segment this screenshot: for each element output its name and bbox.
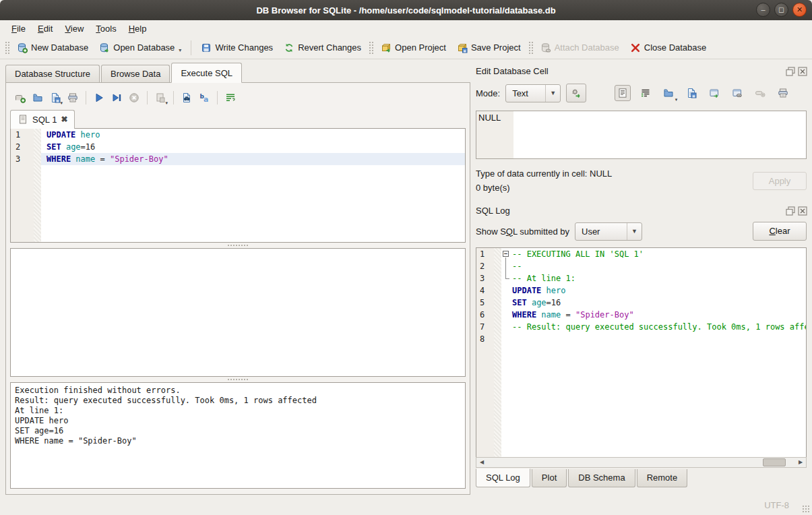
scrollbar-track[interactable] [487,458,795,467]
dock-close-icon[interactable] [797,66,807,75]
auto-apply-button[interactable] [566,84,586,102]
text-view-icon[interactable] [615,85,631,101]
open-project-button[interactable]: Open Project [375,40,451,56]
sql-tab-label: SQL 1 [32,115,57,125]
save-project-button[interactable]: Save Project [451,40,526,56]
sql-subtab-bar: SQL 1 ✖ [10,109,466,128]
line-number: 2 [476,260,494,272]
chevron-down-icon: ▾ [675,97,678,102]
find-icon[interactable] [179,90,194,105]
toolbar-handle[interactable] [369,41,373,55]
close-icon[interactable]: ✕ [792,3,807,17]
log-line: Execution finished without errors. [15,386,461,396]
open-url-icon[interactable] [729,85,745,101]
log-code-line: SET age=16 [501,297,806,309]
minimize-icon[interactable]: – [756,3,770,17]
mode-select[interactable]: Text ▼ [505,84,561,102]
editor-fold-margin [34,129,41,242]
sql-log-filter-row: Show SQL submitted by User ▼ Clear [476,220,807,242]
open-external-icon[interactable] [706,85,722,101]
log-code-line: -- [501,260,806,272]
log-code-line: -- At line 1: [501,272,806,284]
resize-grip[interactable] [802,505,810,513]
new-tab-icon[interactable] [13,90,28,105]
log-code-line: −-- EXECUTING ALL IN 'SQL 1' [501,248,806,260]
dock-tab-db-schema[interactable]: DB Schema [568,469,635,487]
replace-icon[interactable]: ba [197,90,212,105]
word-wrap-icon[interactable] [223,90,238,105]
dock-close-icon[interactable] [797,206,807,215]
import-file-icon[interactable]: ▾ [660,85,677,101]
editor-code-area[interactable]: UPDATE heroSET age=16WHERE name = "Spide… [41,129,465,242]
menu-edit[interactable]: Edit [32,22,59,35]
clear-button[interactable]: Clear [753,222,807,241]
dock-tab-sql-log[interactable]: SQL Log [476,468,530,487]
results-log-splitter[interactable] [10,377,466,382]
filter-label: Show SQL submitted by [476,226,569,237]
scroll-right-icon[interactable]: ▶ [795,458,806,467]
sql-tab[interactable]: SQL 1 ✖ [10,110,75,129]
menu-file[interactable]: File [5,22,32,35]
chevron-down-icon: ▼ [627,223,642,240]
tab-browse-data[interactable]: Browse Data [101,65,170,83]
save-sql-file-icon[interactable]: ▾ [48,90,63,105]
right-dock: Edit Database Cell Mode: Text ▼ ▾ NULL T… [470,62,812,495]
log-fold-margin [494,248,501,457]
execute-all-icon[interactable] [92,90,106,105]
fold-toggle-icon[interactable]: − [501,248,512,260]
editor-results-splitter[interactable] [10,243,466,248]
line-number: 2 [11,141,34,153]
open-sql-file-icon[interactable] [30,90,45,105]
edit-cell-dock-header: Edit Database Cell [476,63,807,78]
toolbar-button-label: Close Database [644,42,707,53]
mode-value: Text [512,88,539,98]
menu-tools[interactable]: Tools [90,22,122,35]
tab-execute-sql[interactable]: Execute SQL [171,63,242,83]
log-horizontal-scrollbar[interactable]: ◀ ▶ [476,457,807,468]
attach-database-icon [540,42,551,53]
scrollbar-thumb[interactable] [763,458,786,466]
log-line: SET age=16 [15,426,461,436]
dock-float-icon[interactable] [785,66,794,75]
scroll-left-icon[interactable]: ◀ [476,458,487,467]
editor-line-numbers: 123 [11,129,34,242]
line-number: 3 [11,153,34,165]
toolbar-separator [86,91,86,104]
sql-tab-close-icon[interactable]: ✖ [61,115,67,124]
write-changes-button[interactable]: Write Changes [195,40,278,56]
cell-mode-row: Mode: Text ▼ ▾ [476,82,807,104]
line-number: 1 [11,129,34,141]
chevron-down-icon[interactable]: ▾ [179,47,181,53]
toolbar-handle[interactable] [528,41,533,55]
results-grid[interactable] [10,248,466,377]
cell-editor[interactable]: NULL [476,111,807,159]
print-icon[interactable] [65,90,80,105]
close-database-button[interactable]: Close Database [625,40,712,56]
open-database-button[interactable]: Open Database▾ [94,40,187,56]
cell-word-wrap-icon[interactable] [637,85,654,101]
line-number: 7 [476,321,494,333]
submitter-select[interactable]: User ▼ [575,222,642,241]
dock-float-icon[interactable] [785,206,794,215]
cell-print-icon[interactable] [775,85,791,101]
export-file-icon[interactable] [683,85,699,101]
dock-tab-plot[interactable]: Plot [532,469,567,487]
maximize-icon[interactable]: ◻ [774,3,788,17]
main-area: Database StructureBrowse DataExecute SQL… [0,59,812,495]
menu-view[interactable]: View [59,22,90,35]
revert-changes-icon [284,42,294,53]
log-code-area: −-- EXECUTING ALL IN 'SQL 1'---- At line… [501,248,806,457]
line-number: 1 [476,248,494,260]
menu-help[interactable]: Help [123,22,153,35]
attach-database-button: Attach Database [535,40,625,56]
gear-apply-icon [571,88,582,98]
tab-database-structure[interactable]: Database Structure [5,65,100,83]
save-project-icon [457,42,468,53]
fold-guide [501,272,512,284]
new-database-button[interactable]: New Database [11,40,94,56]
dock-tab-remote[interactable]: Remote [637,469,688,487]
dock-tab-bar: SQL LogPlotDB SchemaRemote [476,468,807,495]
revert-changes-button[interactable]: Revert Changes [278,40,367,56]
toolbar-handle[interactable] [5,41,9,55]
execute-current-line-icon[interactable] [109,90,124,105]
